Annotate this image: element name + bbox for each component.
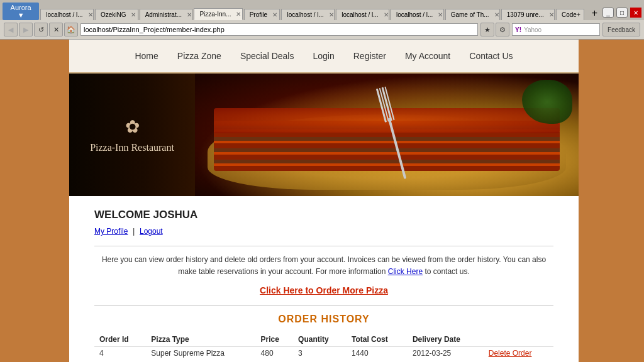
table-row: 5 Super Supreme Pizza 480 1 480 2012-03-… [94, 359, 553, 362]
browser-tab-7[interactable]: localhost / l...✕ [336, 9, 389, 20]
order-history-table: Order Id Pizza Type Price Quantity Total… [94, 332, 553, 362]
nav-item-login[interactable]: Login [313, 51, 334, 61]
stop-button[interactable]: ✕ [49, 23, 63, 36]
browser-tab-5[interactable]: Profile✕ [244, 9, 280, 20]
user-links: My Profile | Logout [94, 226, 553, 236]
tab-close-icon[interactable]: ✕ [236, 11, 241, 18]
tab-close-icon[interactable]: ✕ [88, 11, 93, 18]
table-row: 4 Super Supreme Pizza 480 3 1440 2012-03… [94, 347, 553, 360]
aurora-button[interactable]: Aurora ▼ [3, 3, 39, 20]
address-bar[interactable]: localhost/PizzaInn_Project/member-index.… [80, 23, 478, 36]
nav-link-pizza-zone[interactable]: Pizza Zone [177, 51, 221, 61]
nav-link-register[interactable]: Register [353, 51, 386, 61]
browser-nav-buttons: ◀ ▶ ↺ ✕ 🏠 [4, 23, 78, 36]
col-header-pizza-type: Pizza Type [146, 332, 255, 347]
hero-left: ✿ Pizza-Inn Restaurant [69, 74, 195, 196]
back-button[interactable]: ◀ [4, 23, 18, 36]
nav-link-my-account[interactable]: My Account [405, 51, 450, 61]
nav-item-pizza-zone[interactable]: Pizza Zone [177, 51, 221, 61]
tab-close-icon[interactable]: ✕ [131, 11, 136, 18]
browser-tab-4-active[interactable]: Pizza-Inn...✕ [194, 8, 242, 20]
col-header-total-cost: Total Cost [347, 332, 408, 347]
delete-order-link[interactable]: Delete Order [489, 349, 532, 358]
nav-link-login[interactable]: Login [313, 51, 334, 61]
cell-pizza-type: Super Supreme Pizza [146, 347, 255, 360]
cell-delete[interactable]: Delete Order [484, 347, 553, 360]
forward-button[interactable]: ▶ [19, 23, 33, 36]
page-background: Aurora ▼ localhost / l...✕ OzekiNG✕ Admi… [0, 0, 644, 362]
logout-link[interactable]: Logout [140, 227, 163, 236]
maximize-button[interactable]: □ [616, 8, 628, 18]
yahoo-icon: Y! [515, 26, 521, 33]
browser-tab-3[interactable]: Administrat...✕ [140, 9, 193, 20]
cell-delivery-date: 2012-03-27 [408, 359, 484, 362]
cell-total-cost: 480 [347, 359, 408, 362]
home-button[interactable]: 🏠 [64, 23, 78, 36]
tab-close-icon[interactable]: ✕ [438, 11, 443, 18]
info-text-main: Here you can view order history and dele… [102, 255, 546, 276]
order-history-title: ORDER HISTORY [94, 314, 553, 325]
minimize-button[interactable]: _ [602, 8, 614, 18]
cell-price: 480 [256, 347, 294, 360]
search-placeholder: Yahoo [524, 26, 541, 33]
hero-food-image [195, 74, 579, 196]
browser-tab-1[interactable]: localhost / l...✕ [40, 9, 94, 20]
browser-tab-2[interactable]: OzekiNG✕ [95, 9, 138, 20]
tab-close-icon[interactable]: ✕ [549, 11, 554, 18]
click-here-link[interactable]: Click Here [388, 267, 423, 276]
nav-item-contact-us[interactable]: Contact Us [469, 51, 513, 61]
my-profile-link[interactable]: My Profile [94, 227, 128, 236]
nav-menu: Home Pizza Zone Special Deals Login Regi… [69, 40, 579, 72]
table-header-row: Order Id Pizza Type Price Quantity Total… [94, 332, 553, 347]
new-tab-button[interactable]: + [588, 6, 601, 20]
site-wrapper: Home Pizza Zone Special Deals Login Regi… [69, 40, 579, 362]
cell-delete[interactable]: Delete Order [484, 359, 553, 362]
info-text: Here you can view order history and dele… [94, 254, 553, 278]
browser-chrome: Aurora ▼ localhost / l...✕ OzekiNG✕ Admi… [0, 0, 644, 40]
tab-close-icon[interactable]: ✕ [384, 11, 389, 18]
link-separator: | [133, 226, 135, 236]
nav-link-contact-us[interactable]: Contact Us [469, 51, 513, 61]
restaurant-logo-icon: ✿ [125, 116, 140, 137]
welcome-heading: WELCOME JOSHUA [94, 209, 553, 221]
browser-tabs: Aurora ▼ localhost / l...✕ OzekiNG✕ Admi… [0, 0, 644, 20]
cell-pizza-type: Super Supreme Pizza [146, 359, 255, 362]
food-visual [195, 74, 579, 196]
nav-item-home[interactable]: Home [135, 51, 158, 61]
content-separator-2 [94, 305, 553, 306]
content-area: WELCOME JOSHUA My Profile | Logout Here … [69, 196, 579, 362]
site-navigation: Home Pizza Zone Special Deals Login Regi… [69, 40, 579, 74]
nav-link-home[interactable]: Home [135, 51, 158, 61]
cell-order-id: 4 [94, 347, 146, 360]
cell-quantity: 3 [293, 347, 347, 360]
browser-tab-10[interactable]: 13079 unre...✕ [501, 9, 555, 20]
tab-close-icon[interactable]: ✕ [494, 11, 499, 18]
browser-tab-8[interactable]: localhost / l...✕ [391, 9, 444, 20]
nav-item-register[interactable]: Register [353, 51, 386, 61]
tools-button[interactable]: ⚙ [496, 23, 509, 36]
contact-suffix: to contact us. [425, 267, 469, 276]
toolbar-icons: ★ ⚙ [480, 23, 509, 36]
feedback-button[interactable]: Feedback [602, 23, 640, 36]
order-more-pizza-link[interactable]: Click Here to Order More Pizza [94, 285, 553, 295]
tab-close-icon[interactable]: ✕ [329, 11, 334, 18]
cell-total-cost: 1440 [347, 347, 408, 360]
browser-tab-11[interactable]: Code+ [556, 9, 584, 20]
nav-item-special-deals[interactable]: Special Deals [240, 51, 294, 61]
nav-item-my-account[interactable]: My Account [405, 51, 450, 61]
nav-link-special-deals[interactable]: Special Deals [240, 51, 294, 61]
bookmark-button[interactable]: ★ [480, 23, 494, 36]
cell-delivery-date: 2012-03-25 [408, 347, 484, 360]
hero-banner: ✿ Pizza-Inn Restaurant [69, 74, 579, 196]
window-controls: _ □ ✕ [602, 8, 641, 20]
tab-close-icon[interactable]: ✕ [187, 11, 192, 18]
cell-quantity: 1 [293, 359, 347, 362]
col-header-action [484, 332, 553, 347]
search-bar[interactable]: Y! Yahoo [512, 23, 600, 36]
browser-tab-9[interactable]: Game of Th...✕ [445, 9, 500, 20]
reload-button[interactable]: ↺ [34, 23, 48, 36]
col-header-price: Price [256, 332, 294, 347]
tab-close-icon[interactable]: ✕ [272, 11, 277, 18]
close-button[interactable]: ✕ [630, 8, 641, 18]
browser-tab-6[interactable]: localhost / l...✕ [281, 9, 335, 20]
